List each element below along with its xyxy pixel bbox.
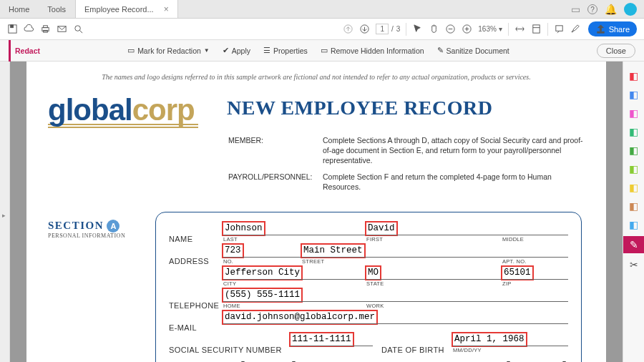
- label-address: ADDRESS: [169, 257, 223, 265]
- redact-close-button[interactable]: Close: [597, 44, 635, 58]
- field-first-name[interactable]: David: [366, 222, 396, 235]
- page-current[interactable]: 1: [376, 24, 389, 34]
- svg-point-6: [75, 26, 81, 31]
- page-indicator: 1 / 3: [376, 24, 400, 34]
- field-middle-name[interactable]: [502, 222, 568, 235]
- svg-rect-1: [11, 25, 14, 28]
- field-state[interactable]: MO: [366, 267, 380, 279]
- page-total: 3: [396, 25, 401, 33]
- apply-button[interactable]: ✔Apply: [223, 46, 250, 55]
- sanitize-button[interactable]: ✎Sanitize Document: [437, 46, 509, 55]
- page-down-icon[interactable]: [359, 24, 370, 34]
- instructions: MEMBER:Complete Sections A through D, at…: [227, 134, 585, 197]
- svg-rect-13: [597, 31, 603, 33]
- rp-edit-pdf-icon[interactable]: ◧: [628, 107, 640, 119]
- label-telephone: TELEPHONE: [169, 301, 223, 310]
- company-logo: globalcorp: [48, 97, 198, 128]
- rp-export-pdf-icon[interactable]: ◧: [628, 70, 640, 82]
- field-apt-no[interactable]: [502, 245, 568, 257]
- rp-organize-icon[interactable]: ◧: [628, 145, 640, 156]
- tab-close-icon[interactable]: ×: [164, 4, 169, 14]
- search-icon[interactable]: [73, 24, 84, 34]
- bell-icon[interactable]: 🔔: [605, 4, 617, 15]
- note-icon[interactable]: [554, 24, 565, 34]
- main-toolbar: 1 / 3 163% ▾ Share: [0, 19, 644, 40]
- share-label: Share: [609, 25, 630, 34]
- zoom-out-icon[interactable]: [445, 24, 456, 34]
- rp-compress-icon[interactable]: ◧: [628, 163, 640, 175]
- rp-more-icon[interactable]: ✂: [628, 259, 640, 270]
- right-tool-panel: ◧ ◧ ◧ ◧ ◧ ◧ ◧ ◧ ◧ ✎ ✂: [623, 62, 644, 362]
- save-icon[interactable]: [7, 24, 18, 34]
- section-a-heading: SECTION A PERSONAL INFORMATION: [48, 219, 141, 362]
- field-last-name[interactable]: Johnson: [223, 222, 264, 235]
- document-page: The names and logo designs referred to i…: [26, 62, 606, 362]
- svg-rect-12: [555, 26, 562, 31]
- comment-icon[interactable]: ▭: [571, 4, 580, 15]
- field-zip[interactable]: 65101: [502, 267, 532, 279]
- window-tab-bar: Home Tools Employee Record... × ▭ ? 🔔: [0, 0, 644, 19]
- avatar[interactable]: [624, 3, 637, 16]
- fit-width-icon[interactable]: [514, 24, 525, 34]
- left-panel-toggle[interactable]: [0, 62, 10, 362]
- help-icon[interactable]: ?: [587, 4, 597, 14]
- share-button[interactable]: Share: [588, 21, 637, 36]
- field-tel-work[interactable]: [366, 289, 568, 301]
- remove-hidden-button[interactable]: ▭Remove Hidden Information: [321, 46, 424, 55]
- pointer-icon[interactable]: [412, 24, 423, 34]
- hand-icon[interactable]: [429, 24, 439, 34]
- field-ssn[interactable]: 111-11-1111: [291, 333, 353, 346]
- rp-create-pdf-icon[interactable]: ◧: [628, 89, 640, 100]
- redact-toolbar: Redact ▭Mark for Redaction ▼ ✔Apply ☰Pro…: [0, 40, 644, 62]
- tab-document-label: Employee Record...: [84, 5, 154, 14]
- rp-comment-icon[interactable]: ◧: [628, 182, 640, 193]
- properties-button[interactable]: ☰Properties: [263, 46, 308, 55]
- rp-sign-icon[interactable]: ✎: [623, 236, 645, 253]
- field-street-no[interactable]: 723: [223, 245, 243, 257]
- page-sep: /: [391, 25, 394, 33]
- label-name: NAME: [169, 235, 223, 243]
- tab-home[interactable]: Home: [0, 0, 39, 18]
- rp-combine-icon[interactable]: ◧: [628, 126, 640, 137]
- label-dob: DATE OF BIRTH: [381, 346, 453, 354]
- document-viewport[interactable]: The names and logo designs referred to i…: [10, 62, 623, 362]
- rp-protect-icon[interactable]: ◧: [628, 219, 640, 230]
- main-area: The names and logo designs referred to i…: [0, 62, 644, 362]
- page-up-icon[interactable]: [343, 24, 353, 34]
- svg-rect-3: [44, 26, 48, 28]
- rp-fill-sign-icon[interactable]: ◧: [628, 200, 640, 212]
- field-email[interactable]: david.johnson@globalcorp.mer: [223, 311, 376, 323]
- disclaimer-text: The names and logo designs referred to i…: [48, 73, 585, 81]
- field-tel-home[interactable]: (555) 555-1111: [223, 289, 301, 301]
- cloud-icon[interactable]: [24, 24, 34, 34]
- share-icon: [595, 24, 606, 34]
- label-email: E-MAIL: [169, 323, 223, 332]
- mark-for-redaction-button[interactable]: ▭Mark for Redaction ▼: [127, 46, 210, 55]
- zoom-value[interactable]: 163% ▾: [478, 25, 502, 33]
- field-city[interactable]: Jefferson City: [223, 267, 301, 279]
- field-street[interactable]: Main Street: [302, 245, 364, 257]
- label-ssn: SOCIAL SECURITY NUMBER: [169, 346, 291, 354]
- document-title: NEW EMPLOYEE RECORD: [227, 97, 585, 119]
- fit-page-icon[interactable]: [531, 24, 542, 34]
- print-icon[interactable]: [40, 24, 51, 34]
- tab-tools[interactable]: Tools: [39, 0, 75, 18]
- zoom-in-icon[interactable]: [462, 24, 472, 34]
- field-dob[interactable]: April 1, 1968: [453, 333, 526, 346]
- svg-rect-11: [532, 25, 539, 33]
- tab-document[interactable]: Employee Record... ×: [75, 0, 178, 18]
- redact-title: Redact: [9, 40, 40, 62]
- highlight-icon[interactable]: [570, 24, 581, 34]
- mail-icon[interactable]: [57, 24, 67, 34]
- form-section-a: NAME Johnson LAST David FIRST: [155, 212, 582, 362]
